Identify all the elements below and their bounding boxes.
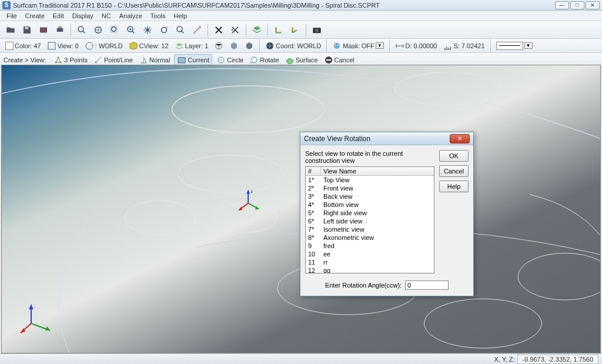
minimize-button[interactable]: — — [555, 1, 569, 9]
dialog-close-button[interactable]: ✕ — [450, 134, 470, 143]
zoom-fit-icon[interactable] — [75, 23, 89, 37]
list-item[interactable]: 5*Right side view — [306, 209, 434, 217]
menu-file[interactable]: File — [2, 12, 21, 19]
cancel-button[interactable]: Cancel — [439, 165, 469, 177]
list-item[interactable]: 3*Back view — [306, 192, 434, 201]
btn-circle[interactable]: Circle — [215, 55, 245, 65]
xyz-value: -0.9673, -2.3352, 1.7560 — [517, 355, 598, 364]
ok-button[interactable]: OK — [439, 150, 469, 162]
line-style-preview — [496, 42, 523, 50]
redraw-icon[interactable] — [190, 23, 204, 37]
world-group[interactable]: : WORLD — [83, 41, 125, 51]
btn-cancel[interactable]: Cancel — [322, 55, 356, 65]
layers-icon[interactable] — [250, 23, 264, 37]
line-style-dropdown-icon[interactable]: ▼ — [524, 42, 533, 49]
linestyle-group[interactable]: ▼ — [494, 42, 534, 50]
list-item[interactable]: 1*Top View — [306, 176, 434, 184]
three-points-icon — [53, 55, 63, 65]
axis1-icon[interactable] — [272, 23, 286, 37]
menu-nc[interactable]: NC — [98, 12, 115, 19]
delete-icon[interactable] — [212, 23, 226, 37]
svg-point-14 — [86, 42, 93, 49]
cview-group[interactable]: CView: 12 — [127, 41, 170, 51]
d-label: D: 0.00000 — [406, 42, 437, 49]
btn-surface[interactable]: Surface — [283, 55, 320, 65]
cview-icon — [129, 41, 138, 51]
col-header-name[interactable]: View Name — [321, 167, 434, 175]
list-item[interactable]: 9fred — [306, 242, 434, 250]
dialog-title-bar[interactable]: Create View Rotation ✕ — [300, 132, 473, 145]
shade1-group[interactable] — [228, 41, 240, 51]
coord-group[interactable]: Coord: WORLD — [263, 41, 323, 51]
view-group[interactable]: View: 0 — [45, 41, 81, 51]
color-group[interactable]: Color: 47 — [4, 42, 43, 50]
zoom-in-icon[interactable] — [124, 23, 138, 37]
open-icon[interactable] — [4, 23, 18, 37]
wireframe-icon — [214, 41, 223, 51]
list-item[interactable]: 2*Front view — [306, 184, 434, 192]
btn-3points[interactable]: 3 Points — [52, 55, 89, 65]
btn-current[interactable]: Current — [174, 54, 212, 66]
layer-group[interactable]: Layer: 1 — [173, 41, 210, 51]
mask-value: OFF — [362, 42, 374, 49]
list-item[interactable]: 10ee — [306, 250, 434, 258]
menu-create[interactable]: Create — [21, 12, 49, 19]
svg-point-29 — [395, 72, 501, 105]
camera-icon[interactable] — [310, 23, 324, 37]
menu-analyze[interactable]: Analyze — [115, 12, 146, 19]
list-item[interactable]: 4*Bottom view — [306, 201, 434, 209]
status-bar: X, Y, Z: -0.9673, -2.3352, 1.7560 — [0, 353, 602, 364]
pan-icon[interactable] — [141, 23, 155, 37]
wire-group[interactable] — [212, 41, 225, 51]
mask-group[interactable]: Mask: OFF ▼ — [330, 41, 385, 51]
btn-rotate[interactable]: Rotate — [248, 55, 280, 65]
list-item[interactable]: 11rr — [306, 258, 434, 266]
view-list[interactable]: # View Name 1*Top View2*Front view3*Back… — [305, 166, 434, 273]
cancel-icon — [324, 55, 333, 65]
menu-edit[interactable]: Edit — [49, 12, 68, 19]
save-icon[interactable] — [20, 23, 34, 37]
list-item[interactable]: 8*Axonometric view — [306, 233, 434, 242]
maximize-button[interactable]: □ — [570, 1, 584, 9]
axis2-icon[interactable] — [288, 23, 302, 37]
view-list-header: # View Name — [306, 167, 434, 176]
svg-marker-44 — [29, 305, 34, 309]
print-icon[interactable] — [53, 23, 67, 37]
s-group[interactable]: S: 7.02421 — [441, 41, 486, 51]
undo-icon[interactable] — [228, 23, 242, 37]
coord-label: Coord: WORLD — [276, 42, 321, 49]
svg-rect-13 — [48, 42, 55, 49]
zoom-prev-icon[interactable] — [173, 23, 188, 37]
list-item[interactable]: 6*Left side view — [306, 217, 434, 225]
close-button[interactable]: ✕ — [586, 1, 600, 9]
zoom-window-icon[interactable] — [108, 23, 122, 37]
svg-point-6 — [112, 26, 116, 31]
svg-point-18 — [337, 45, 339, 46]
record-icon[interactable] — [36, 23, 51, 37]
menu-help[interactable]: Help — [170, 12, 192, 19]
mask-icon — [332, 41, 342, 51]
properties-toolbar: Color: 47 View: 0 : WORLD CView: 12 Laye… — [0, 39, 602, 53]
btn-pointline[interactable]: Point/Line — [92, 55, 135, 65]
menu-display[interactable]: Display — [68, 12, 98, 19]
zoom-all-icon[interactable] — [91, 23, 105, 37]
list-item[interactable]: 7*Isometric view — [306, 225, 434, 233]
svg-text:z: z — [250, 189, 253, 194]
btn-normal[interactable]: Normal — [137, 55, 172, 65]
list-item[interactable]: 12gg — [306, 266, 434, 273]
angle-label: Enter Rotation Angle(ccw): — [325, 282, 402, 289]
angle-input[interactable] — [405, 280, 449, 290]
mask-dropdown-icon[interactable]: ▼ — [376, 42, 384, 49]
help-button[interactable]: Help — [439, 181, 469, 192]
normal-icon — [139, 55, 148, 65]
svg-point-34 — [424, 299, 542, 348]
shade2-group[interactable] — [243, 41, 256, 51]
svg-point-31 — [125, 201, 196, 236]
d-group[interactable]: D: 0.00000 — [393, 41, 439, 51]
svg-rect-27 — [326, 59, 331, 61]
col-header-num[interactable]: # — [306, 167, 321, 175]
svg-point-35 — [518, 253, 600, 300]
view-label: View: 0 — [58, 42, 79, 49]
rotate-view-icon[interactable] — [157, 23, 171, 37]
menu-tools[interactable]: Tools — [146, 12, 170, 19]
